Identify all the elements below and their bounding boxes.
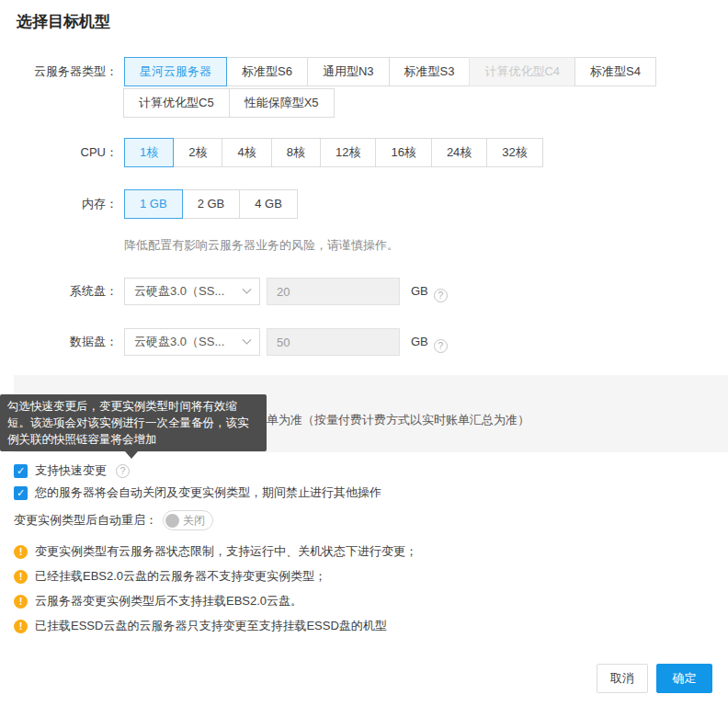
data-disk-size-input	[267, 328, 400, 356]
cpu-option[interactable]: 4核	[222, 138, 271, 167]
notice-text: 已经挂载EBS2.0云盘的云服务器不支持变更实例类型；	[35, 568, 326, 585]
server-type-option-selected[interactable]: 星河云服务器	[124, 57, 227, 86]
warning-icon: !	[14, 545, 28, 559]
server-type-option[interactable]: 通用型N3	[307, 57, 390, 86]
server-type-label: 云服务器类型：	[0, 57, 118, 86]
notice-text: 云服务器变更实例类型后不支持挂载EBS2.0云盘。	[35, 593, 302, 609]
cpu-row: CPU： 1核 2核 4核 8核 12核 16核 24核 32核	[0, 138, 543, 167]
system-disk-size-input	[267, 278, 400, 305]
server-type-option[interactable]: 性能保障型X5	[229, 88, 335, 118]
memory-options: 1 GB 2 GB 4 GB	[124, 189, 298, 219]
auto-restart-toggle[interactable]: 关闭	[163, 510, 213, 530]
server-type-option[interactable]: 标准型S6	[226, 57, 308, 86]
notice-text: 已挂载ESSD云盘的云服务器只支持变更至支持挂载ESSD盘的机型	[35, 618, 387, 634]
billing-note-text: 单为准（按量付费计费方式以实时账单汇总为准）	[267, 412, 529, 428]
tooltip-arrow-icon	[125, 451, 138, 459]
page-title: 选择目标机型	[17, 11, 110, 32]
server-type-option[interactable]: 标准型S3	[389, 57, 471, 86]
cancel-button[interactable]: 取消	[597, 664, 648, 693]
data-disk-row: 数据盘： 云硬盘3.0（SS... GB ?	[0, 328, 448, 356]
system-disk-label: 系统盘：	[0, 278, 118, 305]
confirm-button[interactable]: 确定	[656, 664, 712, 693]
data-disk-type-value: 云硬盘3.0（SS...	[134, 334, 224, 350]
server-type-options: 星河云服务器 标准型S6 通用型N3 标准型S3 计算优化型C4 标准型S4 计…	[124, 57, 657, 118]
memory-option[interactable]: 4 GB	[239, 189, 298, 219]
chevron-down-icon	[243, 335, 252, 344]
help-icon[interactable]: ?	[434, 289, 448, 302]
checkbox-checked-icon[interactable]: ✓	[14, 486, 28, 500]
server-type-option[interactable]: 计算优化型C5	[123, 88, 230, 118]
quick-change-checkbox-row: ✓ 支持快速变更 ?	[14, 462, 130, 479]
quick-change-tooltip: 勾选快速变更后，变更实例类型时间将有效缩短。该选项会对该实例进行一次全量备份，该…	[0, 394, 267, 451]
help-icon[interactable]: ?	[116, 464, 130, 478]
auto-shutdown-checkbox-label: 您的服务器将会自动关闭及变更实例类型，期间禁止进行其他操作	[35, 484, 381, 501]
system-disk-row: 系统盘： 云硬盘3.0（SS... GB ?	[0, 278, 448, 305]
data-disk-label: 数据盘：	[0, 328, 118, 356]
warning-icon: !	[14, 595, 28, 609]
cpu-option[interactable]: 2核	[173, 138, 222, 167]
toggle-state-text: 关闭	[183, 513, 205, 529]
chevron-down-icon	[243, 284, 252, 293]
notice-item: ! 云服务器变更实例类型后不支持挂载EBS2.0云盘。	[14, 593, 302, 609]
auto-restart-label: 变更实例类型后自动重启：	[14, 512, 157, 529]
notice-item: ! 变更实例类型有云服务器状态限制，支持运行中、关机状态下进行变更；	[14, 543, 417, 560]
help-icon[interactable]: ?	[434, 339, 448, 353]
cpu-option[interactable]: 8核	[271, 138, 321, 167]
memory-label: 内存：	[0, 189, 118, 219]
notice-item: ! 已经挂载EBS2.0云盘的云服务器不支持变更实例类型；	[14, 568, 326, 585]
memory-option-selected[interactable]: 1 GB	[124, 189, 183, 219]
auto-shutdown-checkbox-row: ✓ 您的服务器将会自动关闭及变更实例类型，期间禁止进行其他操作	[14, 484, 381, 501]
cpu-option[interactable]: 16核	[375, 138, 431, 167]
server-type-option-disabled: 计算优化型C4	[469, 57, 575, 86]
change-instance-type-dialog: 选择目标机型 云服务器类型： 星河云服务器 标准型S6 通用型N3 标准型S3 …	[0, 0, 728, 706]
warning-icon: !	[14, 570, 28, 584]
checkbox-checked-icon[interactable]: ✓	[14, 464, 28, 478]
system-disk-unit: GB	[411, 278, 428, 305]
warning-icon: !	[14, 620, 28, 633]
cpu-option[interactable]: 32核	[486, 138, 542, 167]
downgrade-warning-text: 降低配置有影响云服务器业务的风险，请谨慎操作。	[124, 237, 399, 254]
cpu-option[interactable]: 12核	[320, 138, 376, 167]
cpu-option[interactable]: 24核	[431, 138, 487, 167]
system-disk-type-value: 云硬盘3.0（SS...	[134, 283, 224, 300]
cpu-label: CPU：	[0, 138, 118, 167]
memory-option[interactable]: 2 GB	[182, 189, 241, 219]
system-disk-type-select[interactable]: 云硬盘3.0（SS...	[124, 278, 260, 305]
dialog-footer: 取消 确定	[597, 664, 712, 693]
server-type-option[interactable]: 标准型S4	[574, 57, 656, 86]
data-disk-type-select[interactable]: 云硬盘3.0（SS...	[124, 328, 260, 356]
data-disk-unit: GB	[411, 328, 428, 356]
toggle-knob-icon	[165, 514, 179, 528]
server-type-row: 云服务器类型： 星河云服务器 标准型S6 通用型N3 标准型S3 计算优化型C4…	[0, 57, 657, 118]
memory-row: 内存： 1 GB 2 GB 4 GB	[0, 189, 298, 219]
quick-change-checkbox-label: 支持快速变更	[35, 462, 107, 479]
cpu-option-selected[interactable]: 1核	[124, 138, 174, 167]
auto-restart-row: 变更实例类型后自动重启： 关闭	[14, 510, 213, 530]
cpu-options: 1核 2核 4核 8核 12核 16核 24核 32核	[124, 138, 543, 167]
notice-text: 变更实例类型有云服务器状态限制，支持运行中、关机状态下进行变更；	[35, 543, 417, 560]
notice-item: ! 已挂载ESSD云盘的云服务器只支持变更至支持挂载ESSD盘的机型	[14, 618, 387, 634]
